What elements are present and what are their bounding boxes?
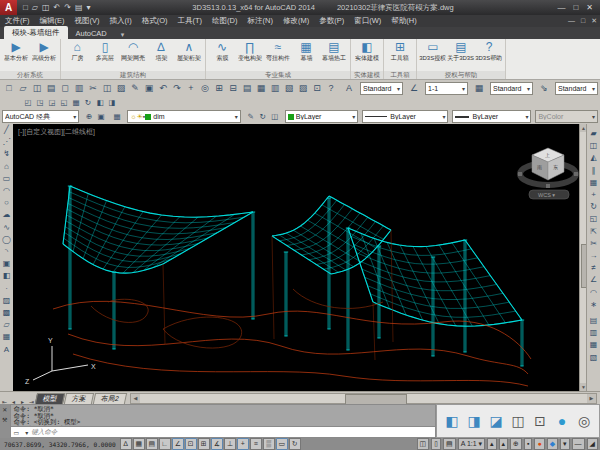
ellipse-arc-icon[interactable]: ◝ <box>1 246 12 258</box>
quickcalc-icon[interactable]: ⊡ <box>310 81 324 96</box>
pan-icon[interactable]: + <box>184 81 198 96</box>
color-dropdown[interactable]: ByLayer <box>285 110 358 123</box>
paste-icon[interactable]: ▨ <box>114 81 128 96</box>
menu-item[interactable]: 标注(N) <box>243 15 278 27</box>
table-style-dropdown[interactable]: Standard <box>490 82 533 95</box>
maximize-button[interactable]: □ <box>569 3 582 12</box>
linetype-dropdown[interactable]: ByLayer <box>362 110 448 123</box>
gradient-icon[interactable]: ▩ <box>1 307 12 319</box>
bring-above-icon[interactable]: ▦ <box>588 339 599 351</box>
advanced-analysis-button[interactable]: ▶高级分析 <box>31 40 57 63</box>
resize-grip-icon[interactable]: ◢ <box>587 438 598 450</box>
make-current-icon[interactable]: ✎ <box>245 111 257 123</box>
annotation-scale-button[interactable]: A 1:1 ▾ <box>458 438 485 450</box>
undo-icon[interactable]: ↶ <box>156 81 170 96</box>
redo-icon[interactable]: ↷ <box>170 81 184 96</box>
make-block-icon[interactable]: ◧ <box>1 270 12 282</box>
ribbon-tab-module[interactable]: 模块-幕墙组件 <box>4 26 68 39</box>
twisted-member-button[interactable]: ≈弯扭构件 <box>265 40 291 63</box>
ortho-toggle[interactable]: ∟ <box>159 438 171 450</box>
drawing-canvas[interactable]: [-][自定义视图][二维线框] YXZ上南东WCS ▾ <box>13 124 579 391</box>
transparency-toggle[interactable]: ▒ <box>263 438 275 450</box>
performance-icon[interactable]: ◆ <box>547 438 558 450</box>
dim-style-dropdown[interactable]: 1-1 <box>425 82 468 95</box>
block-editor-icon[interactable]: ▣ <box>142 81 156 96</box>
layout-button[interactable]: ▯ <box>431 438 441 450</box>
workspace-save-icon[interactable]: ▣ <box>95 111 107 123</box>
otrack-toggle[interactable]: ∡ <box>211 438 223 450</box>
new-icon[interactable]: □ <box>2 81 16 96</box>
trim-icon[interactable]: ✂ <box>588 238 599 250</box>
torus-icon[interactable]: ◎ <box>575 411 593 431</box>
rectangle-icon[interactable]: ▭ <box>1 173 12 185</box>
grid-toggle[interactable]: ▤ <box>146 438 158 450</box>
help-icon[interactable]: ? <box>324 81 338 96</box>
snap-toggle[interactable]: ▦ <box>133 438 145 450</box>
dyn-toggle[interactable]: + <box>237 438 249 450</box>
zoom-window-icon[interactable]: ⊞ <box>212 81 226 96</box>
circle-icon[interactable]: ○ <box>1 197 12 209</box>
workspace-switch-icon[interactable]: ⊕ <box>510 438 522 450</box>
annotation-autoscale-icon[interactable]: ▴ <box>499 438 509 450</box>
construction-line-icon[interactable]: ⋰ <box>1 136 12 148</box>
plotstyle-dropdown[interactable]: ByColor <box>535 110 598 123</box>
ducs-toggle[interactable]: ⊥ <box>224 438 236 450</box>
copy-clip-icon[interactable]: ◫ <box>100 81 114 96</box>
open-icon[interactable]: ▱ <box>16 81 30 96</box>
lineweight-dropdown[interactable]: ByLayer <box>452 110 531 123</box>
send-under-icon[interactable]: ▧ <box>588 352 599 364</box>
menu-item[interactable]: 工具(T) <box>173 15 208 27</box>
menu-item[interactable]: 格式(O) <box>137 15 173 27</box>
bring-front-icon[interactable]: ▤ <box>588 315 599 327</box>
box-side-face-icon[interactable]: ◨ <box>465 411 483 431</box>
mleader-style-dropdown[interactable]: Standard <box>555 82 598 95</box>
sphere-icon[interactable]: ● <box>553 411 571 431</box>
scroll-left-icon[interactable]: ◀ <box>131 394 140 403</box>
layer-previous-icon[interactable]: ↻ <box>257 111 269 123</box>
doc-minimize-button[interactable]: — <box>565 17 578 25</box>
tab-model[interactable]: 模型 <box>35 393 65 404</box>
spline-icon[interactable]: ∿ <box>1 222 12 234</box>
menu-item[interactable]: 帮助(H) <box>386 15 421 27</box>
model-space-button[interactable]: ◫ <box>417 438 430 450</box>
plot-preview-icon[interactable]: ◻ <box>58 81 72 96</box>
explode-icon[interactable]: ∗ <box>588 299 599 311</box>
break-icon[interactable]: ≠ <box>588 262 599 274</box>
properties-icon[interactable]: ▤ <box>240 81 254 96</box>
workspace-dropdown[interactable]: AutoCAD 经典 <box>2 110 79 123</box>
command-recent-icon[interactable]: ▾ <box>22 429 31 436</box>
mirror-icon[interactable]: ◭ <box>588 152 599 164</box>
viewport-controls-label[interactable]: [-][自定义视图][二维线框] <box>18 127 95 137</box>
array-icon[interactable]: ▦ <box>588 177 599 189</box>
3d3s-license-button[interactable]: ▭3D3S授权 <box>420 40 446 63</box>
horizontal-scrollbar[interactable]: ◀ ▶ <box>130 393 597 404</box>
ellipse-icon[interactable]: ◯ <box>1 234 12 246</box>
3d-osnap-toggle[interactable]: ⊞ <box>198 438 210 450</box>
polygon-icon[interactable]: ⌂ <box>1 161 12 173</box>
cmd-customize-icon[interactable]: ⚒ <box>2 416 7 423</box>
orbit-icon[interactable]: ↻ <box>82 97 94 109</box>
doc-restore-button[interactable]: □ <box>578 17 588 25</box>
box-top-face-icon[interactable]: ◧ <box>443 411 461 431</box>
grid-shell-button[interactable]: ◠网架网壳 <box>120 40 146 63</box>
send-back-icon[interactable]: ▥ <box>588 327 599 339</box>
point-icon[interactable]: · <box>1 283 12 295</box>
publish-icon[interactable]: ▥ <box>72 81 86 96</box>
region-icon[interactable]: ▱ <box>1 319 12 331</box>
shade-icon[interactable]: ◨ <box>106 97 118 109</box>
quick-view-button[interactable]: ▤ <box>443 438 456 450</box>
line-icon[interactable]: ╱ <box>1 124 12 136</box>
app-logo-icon[interactable]: A <box>0 0 17 15</box>
extend-icon[interactable]: → <box>588 250 599 262</box>
fillet-icon[interactable]: ◠ <box>588 287 599 299</box>
scale-icon[interactable]: ◱ <box>588 213 599 225</box>
lineweight-toggle[interactable]: ≡ <box>250 438 262 450</box>
3dviews-icon[interactable]: ◲ <box>46 97 58 109</box>
plot-icon[interactable]: ▤ <box>73 3 85 12</box>
visual-style-icon[interactable]: ◧ <box>94 97 106 109</box>
menu-item[interactable]: 参数(P) <box>314 15 349 27</box>
box-wireframe-icon[interactable]: ◫ <box>509 411 527 431</box>
camera-icon[interactable]: ◱ <box>58 97 70 109</box>
cmd-close-icon[interactable]: ✕ <box>2 406 7 413</box>
menu-item[interactable]: 修改(M) <box>278 15 314 27</box>
